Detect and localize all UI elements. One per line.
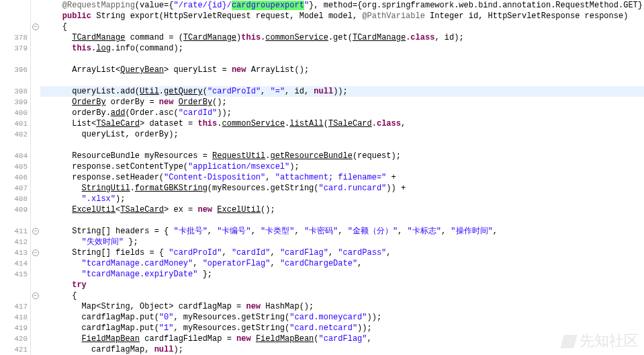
code-token [173,97,178,107]
code-token: , id, [285,87,314,96]
code-token: .info(command); [111,44,183,53]
code-line[interactable]: "tcardManage.expiryDate" }; [40,269,644,280]
code-token: ); [116,194,125,204]
code-line[interactable] [40,215,644,226]
code-line[interactable]: String[] fields = { "cardProId", "cardId… [40,247,644,258]
line-number: 400 [0,108,28,118]
line-number: 396 [0,65,28,75]
line-number [0,11,28,22]
code-line[interactable]: queryList, orderBy); [40,129,644,140]
code-token: "0" [159,313,174,322]
code-token: new [246,302,261,311]
fold-toggle-icon[interactable]: − [32,228,39,235]
code-token: this [197,119,217,128]
code-token: "application/msexcel" [188,162,289,171]
code-line[interactable]: queryList.add(Util.getQuery("cardProId",… [40,86,644,97]
code-line[interactable]: { [40,290,644,301]
code-token: (value={ [135,1,174,10]
code-line[interactable]: "失效时间" }; [40,237,644,247]
code-line[interactable]: TCardManage command = (TCardManage)this.… [40,32,644,43]
fold-toggle-icon[interactable]: − [32,292,39,299]
code-token: }; [124,237,138,247]
line-number: 408 [0,194,28,204]
line-number: 398 [0,86,28,97]
code-token: ArrayList< [72,65,120,75]
code-editor[interactable]: @RequestMapping(value={"/rate/{id}/cardg… [40,0,644,355]
code-token: @RequestMapping [62,1,135,10]
code-token: TCardManage [183,33,236,42]
code-token: )); [357,323,372,333]
code-line[interactable]: { [40,22,644,32]
line-number [0,290,28,301]
code-token: formatGBKString [135,184,208,193]
line-number: 419 [0,323,28,333]
code-line[interactable]: StringUtil.formatGBKString(myResources.g… [40,183,644,194]
code-token: "cardFlag" [319,334,367,344]
code-line[interactable]: cardflagMap.put("0", myResources.getStri… [40,312,644,323]
code-token: listAll [289,119,323,128]
fold-toggle-icon[interactable]: − [32,24,39,30]
fold-toggle-icon[interactable]: − [32,249,39,256]
line-number [0,75,28,86]
code-line[interactable]: public String export(HttpServletRequest … [40,11,644,22]
code-token: "card.moneycard" [289,313,367,322]
code-token: (myResources.getString( [208,184,319,193]
code-token: add [111,108,126,118]
code-line[interactable] [40,140,644,151]
code-line[interactable]: orderBy.add(Order.asc("cardId")); [40,108,644,118]
code-token: commonService [222,119,285,128]
code-line[interactable]: "tcardManage.cardMoney", "operatorFlag",… [40,258,644,269]
code-line[interactable]: this.log.info(command); [40,43,644,54]
code-line[interactable]: response.setHeader("Content-Disposition"… [40,172,644,183]
line-number [0,0,28,11]
code-token: "卡密码" [304,227,338,236]
code-line[interactable]: OrderBy orderBy = new OrderBy(); [40,97,644,108]
line-number: 406 [0,172,28,183]
code-token: , [270,248,279,258]
code-line[interactable]: FieldMapBean cardflagFiledMap = new Fiel… [40,333,644,344]
code-line[interactable]: List<TSaleCard> dataset = this.commonSer… [40,118,644,129]
line-number: 420 [0,333,28,344]
code-token: )); [217,108,232,118]
code-token: "=" [271,87,285,96]
code-token: cardgroupexport [232,1,304,10]
fold-column: −−−− [31,0,40,355]
code-line[interactable]: @RequestMapping(value={"/rate/{id}/cardg… [40,0,644,11]
line-number: 407 [0,183,28,194]
line-number-gutter: 3783793963983994004014024044054064074084… [0,0,31,355]
code-token: TSaleCard [96,119,140,128]
code-token: { [72,291,77,301]
code-token: RequestUtil [212,151,265,161]
code-token: "cardId" [232,248,271,258]
line-number [0,280,28,290]
code-token: }) [638,1,644,10]
code-token: "card.runcard" [319,184,387,193]
code-token: , [367,334,372,344]
code-line[interactable]: String[] headers = { "卡批号", "卡编号", "卡类型"… [40,226,644,237]
code-token: (); [212,97,227,107]
code-line[interactable] [40,75,644,86]
line-number: 412 [0,237,28,247]
line-number: 418 [0,312,28,323]
code-line[interactable]: Map<String, Object> cardflagMap = new Ha… [40,301,644,312]
code-token: getResourceBundle [270,151,352,161]
code-token: . [130,184,135,193]
code-line[interactable] [40,54,644,65]
code-line[interactable]: cardflagMap, null); [40,344,644,355]
code-line[interactable]: ExcelUtil<TSaleCard> ex = new ExcelUtil(… [40,204,644,215]
code-line[interactable]: cardflagMap.put("1", myResources.getStri… [40,323,644,333]
code-token: ArrayList(); [246,65,309,75]
code-token: HashMap(); [261,302,314,311]
code-line[interactable]: ResourceBundle myResources = RequestUtil… [40,151,644,161]
code-token: "金额（分）" [348,227,398,236]
code-token: TSaleCard [120,205,164,214]
code-line[interactable]: ArrayList<QueryBean> queryList = new Arr… [40,65,644,75]
code-line[interactable]: try [40,280,644,290]
code-token: cardflagFiledMap = [140,334,236,344]
code-line[interactable]: response.setContentType("application/mse… [40,161,644,172]
code-line[interactable]: ".xlsx"); [40,194,644,204]
code-token: command = ( [125,33,183,42]
code-token: try [72,280,87,290]
code-token: List< [72,119,96,128]
code-token: ( [314,334,318,344]
